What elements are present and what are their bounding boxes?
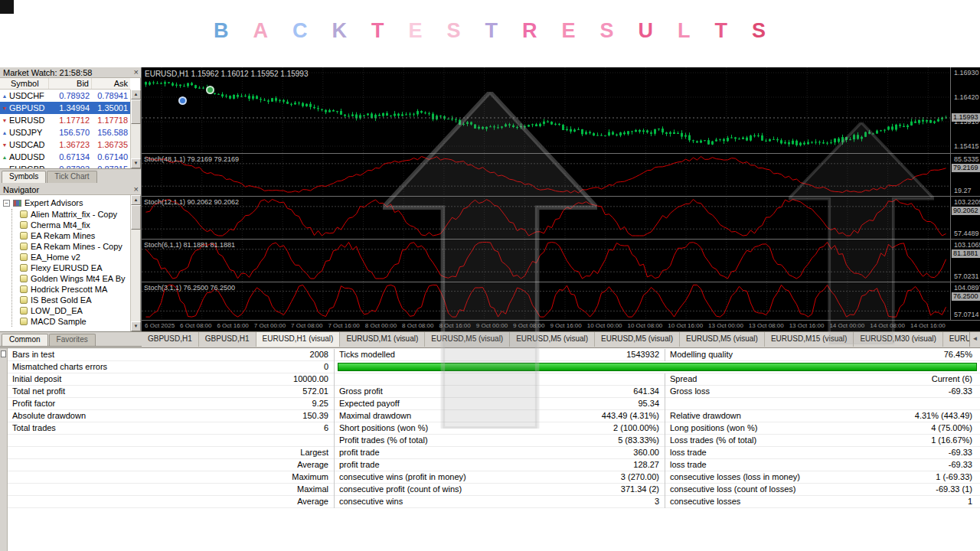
results-cell: consecutive profit (count of wins)371.34… bbox=[335, 484, 665, 496]
market-watch-row-eurgbp[interactable]: ▲EURGBP0.872030.87215 bbox=[0, 163, 130, 168]
indicator-axis-current: 81.1881 bbox=[952, 249, 980, 258]
chart-tab[interactable]: EURUSD,M5 (visual) bbox=[425, 332, 510, 347]
results-value: Current (6) bbox=[932, 373, 972, 386]
results-cell: Maximal bbox=[8, 484, 335, 496]
navigator-item-label: EA Rekam Mines - Copy bbox=[31, 242, 122, 251]
navigator-item[interactable]: EA Rekam Mines - Copy bbox=[12, 241, 130, 252]
tree-node-expert-advisors[interactable]: − Expert Advisors bbox=[0, 197, 130, 209]
down-arrow-icon: ▼ bbox=[0, 118, 9, 123]
banner-letter: S bbox=[752, 19, 766, 43]
results-cell: Largest bbox=[8, 447, 335, 459]
navigator-item[interactable]: MACD Sample bbox=[12, 316, 130, 327]
time-axis-label: 9 Oct 08:00 bbox=[513, 322, 544, 329]
price-axis-label: 1.16930 bbox=[954, 69, 979, 77]
navigator-item[interactable]: Hodrick Prescott MA bbox=[12, 284, 130, 295]
scroll-thumb[interactable] bbox=[131, 99, 141, 124]
time-axis-label: 14 Oct 16:00 bbox=[910, 322, 946, 329]
scroll-down-icon[interactable]: ▼ bbox=[131, 158, 141, 168]
navigator-titlebar[interactable]: Navigator × bbox=[0, 184, 141, 195]
bid-value: 156.570 bbox=[49, 128, 92, 137]
results-value: -69.33 bbox=[949, 386, 972, 398]
results-cell bbox=[335, 373, 665, 386]
time-axis-label: 7 Oct 00:00 bbox=[254, 322, 286, 329]
market-watch-row-usdjpy[interactable]: ▲USDJPY156.570156.588 bbox=[0, 126, 130, 139]
results-value: Largest bbox=[300, 447, 328, 459]
banner: BACKTESTRESULTS bbox=[0, 0, 980, 61]
chart-tab[interactable]: EURUSD,H1 (visual) bbox=[256, 332, 341, 347]
market-watch-row-audusd[interactable]: ▲AUDUSD0.671340.67140 bbox=[0, 151, 130, 163]
market-watch-titlebar[interactable]: Market Watch: 21:58:58 × bbox=[0, 67, 141, 78]
navigator-scrollbar[interactable]: ▲ ▼ bbox=[130, 195, 140, 331]
scroll-down-icon[interactable]: ▼ bbox=[131, 321, 141, 331]
scroll-thumb[interactable] bbox=[131, 205, 141, 230]
market-watch-scrollbar[interactable]: ▲ ▼ bbox=[130, 90, 140, 168]
scroll-up-icon[interactable]: ▲ bbox=[131, 90, 141, 99]
scroll-up-icon[interactable]: ▲ bbox=[131, 195, 141, 205]
symbol-name: USDJPY bbox=[9, 128, 49, 137]
chart-tab[interactable]: GBPUSD,H1 bbox=[142, 332, 199, 347]
tab-favorites[interactable]: Favorites bbox=[49, 334, 96, 346]
indicator-axis-high: 85.5335 bbox=[954, 155, 979, 163]
market-watch-row-gbpusd[interactable]: ▼GBPUSD1.349941.35001 bbox=[0, 102, 130, 114]
collapse-icon[interactable]: − bbox=[3, 200, 10, 207]
banner-letter: T bbox=[715, 19, 729, 43]
market-watch-row-usdchf[interactable]: ▲USDCHF0.789320.78941 bbox=[0, 90, 130, 102]
market-watch-column-header[interactable]: SymbolBidAsk bbox=[0, 78, 130, 90]
tab-common[interactable]: Common bbox=[2, 334, 48, 346]
results-value: 572.01 bbox=[302, 386, 328, 398]
navigator-item[interactable]: Alien Mattrix_fix - Copy bbox=[12, 209, 130, 220]
expert-advisor-icon bbox=[20, 243, 28, 250]
indicator-pane-label: Stoch(12,1,1) 90.2062 90.2062 bbox=[144, 198, 239, 206]
results-cell: Profit factor9.25 bbox=[8, 398, 335, 410]
close-icon[interactable]: × bbox=[134, 67, 139, 77]
market-watch-row-usdcad[interactable]: ▼USDCAD1.367231.36735 bbox=[0, 139, 130, 151]
column-header-ask[interactable]: Ask bbox=[92, 78, 130, 89]
results-label: Gross loss bbox=[670, 386, 710, 398]
results-cell: Average bbox=[8, 459, 335, 471]
down-arrow-icon: ▼ bbox=[0, 142, 9, 148]
time-axis-label: 10 Oct 00:00 bbox=[587, 322, 622, 329]
navigator-item[interactable]: LOW_DD_EA bbox=[12, 305, 130, 316]
chart-tab[interactable]: EURUSD,M5 (visual) bbox=[595, 332, 680, 347]
results-cell: Short positions (won %)2 (100.00%) bbox=[335, 422, 665, 435]
results-cell: Loss trades (% of total)1 (16.67%) bbox=[665, 435, 980, 447]
chart-tab[interactable]: EURUSD,M1 (visual) bbox=[340, 332, 425, 347]
chart-tabs-scroll-button[interactable]: ◄ bbox=[969, 332, 980, 347]
chart-window[interactable]: EURUSD,H1 1.15962 1.16012 1.15952 1.1599… bbox=[141, 67, 980, 331]
results-label: consecutive losses bbox=[670, 496, 740, 508]
indicator-axis-high: 104.0897 bbox=[954, 284, 980, 292]
navigator-item[interactable]: Flexy EURUSD EA bbox=[12, 262, 130, 273]
banner-letter: C bbox=[292, 19, 309, 43]
results-cell: Total trades6 bbox=[8, 422, 335, 435]
tab-tick-chart[interactable]: Tick Chart bbox=[47, 171, 96, 183]
ask-value: 1.35001 bbox=[92, 103, 130, 112]
navigator-panel: Navigator × − Expert Advisors Alien Matt… bbox=[0, 184, 141, 331]
chart-tab[interactable]: EURUSD,M5 (visual) bbox=[510, 332, 595, 347]
chart-tab[interactable]: EURUSD,M5 (visual) bbox=[680, 332, 765, 347]
chart-tab[interactable]: EURUSD,M15 (visual) bbox=[943, 332, 969, 347]
results-label: Absolute drawdown bbox=[12, 410, 86, 422]
navigator-item[interactable]: EA_Home v2 bbox=[12, 252, 130, 262]
close-icon[interactable]: × bbox=[134, 184, 139, 194]
navigator-item[interactable]: Cherma Mt4_fix bbox=[12, 220, 130, 230]
navigator-item[interactable]: Golden Wings Mt4 EA By bbox=[12, 273, 130, 284]
results-table: Bars in test2008Ticks modelled1543932Mod… bbox=[8, 349, 980, 508]
chart-tab[interactable]: EURUSD,M15 (visual) bbox=[765, 332, 854, 347]
column-header-bid[interactable]: Bid bbox=[49, 78, 92, 89]
tab-band: CommonFavorites GBPUSD,H1GBPUSD,H1EURUSD… bbox=[0, 331, 980, 347]
chart-tab[interactable]: EURUSD,M30 (visual) bbox=[854, 332, 942, 347]
results-label: consecutive profit (count of wins) bbox=[339, 484, 462, 496]
results-label: Ticks modelled bbox=[339, 349, 395, 361]
market-watch-row-eurusd[interactable]: ▼EURUSD1.177121.17718 bbox=[0, 114, 130, 126]
results-cell: Long positions (won %)4 (75.00%) bbox=[665, 422, 980, 435]
column-header-symbol[interactable]: Symbol bbox=[0, 78, 49, 89]
navigator-item[interactable]: IS Best Gold EA bbox=[12, 295, 130, 305]
expert-advisor-icon bbox=[20, 253, 28, 261]
navigator-item[interactable]: EA Rekam Mines bbox=[12, 230, 130, 241]
banner-letter: S bbox=[446, 19, 461, 43]
results-cell: profit trade128.27 bbox=[335, 459, 665, 471]
time-axis-label: 10 Oct 16:00 bbox=[668, 322, 703, 329]
chart-tab[interactable]: GBPUSD,H1 bbox=[199, 332, 256, 347]
tab-symbols[interactable]: Symbols bbox=[2, 171, 46, 183]
results-value: 1543932 bbox=[626, 349, 659, 361]
